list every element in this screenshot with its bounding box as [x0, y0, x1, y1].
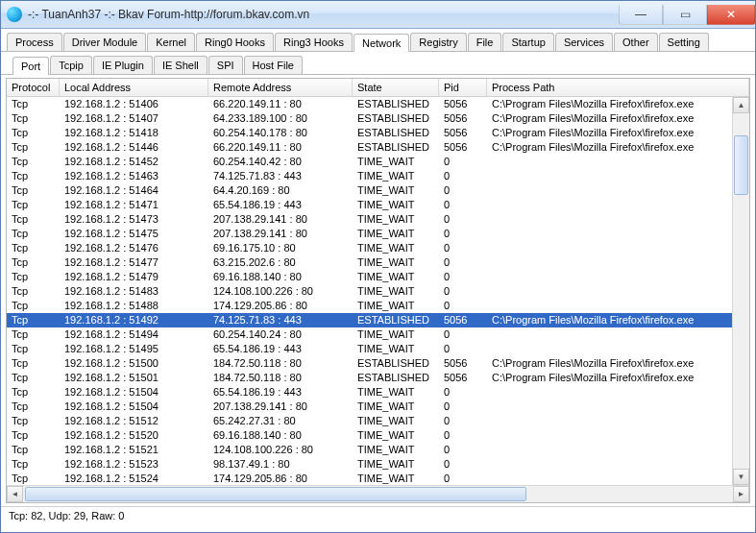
vertical-scrollbar[interactable]: ▲ ▼ — [732, 97, 749, 485]
cell — [487, 241, 733, 255]
table-row[interactable]: Tcp192.168.1.2 : 5152069.16.188.140 : 80… — [7, 428, 733, 443]
tab-driver-module[interactable]: Driver Module — [63, 33, 146, 51]
table-row[interactable]: Tcp192.168.1.2 : 51500184.72.50.118 : 80… — [7, 356, 733, 371]
table-row[interactable]: Tcp192.168.1.2 : 5147165.54.186.19 : 443… — [7, 198, 733, 212]
cell: 192.168.1.2 : 51523 — [60, 457, 208, 472]
table-row[interactable]: Tcp192.168.1.2 : 5145260.254.140.42 : 80… — [7, 155, 733, 169]
cell: TIME_WAIT — [353, 198, 439, 212]
cell: Tcp — [7, 327, 60, 342]
cell: 207.138.29.141 : 80 — [208, 227, 353, 241]
table-row[interactable]: Tcp192.168.1.2 : 5146464.4.20.169 : 80TI… — [7, 183, 733, 198]
tab-setting[interactable]: Setting — [659, 33, 709, 51]
horizontal-scrollbar[interactable]: ◄ ► — [7, 485, 749, 502]
cell: 5056 — [439, 356, 487, 371]
table-row[interactable]: Tcp192.168.1.2 : 51483124.108.100.226 : … — [7, 284, 733, 299]
table-row[interactable]: Tcp192.168.1.2 : 5147763.215.202.6 : 80T… — [7, 255, 733, 270]
maximize-button[interactable]: ▭ — [663, 5, 707, 25]
cell: Tcp — [7, 198, 60, 212]
subtab-port[interactable]: Port — [12, 57, 49, 75]
table-row[interactable]: Tcp192.168.1.2 : 51521124.108.100.226 : … — [7, 443, 733, 457]
cell: 64.233.189.100 : 80 — [208, 111, 353, 126]
cell: C:\Program Files\Mozilla Firefox\firefox… — [487, 313, 733, 327]
scroll-thumb[interactable] — [734, 135, 748, 195]
cell: 192.168.1.2 : 51446 — [60, 140, 208, 155]
table-row[interactable]: Tcp192.168.1.2 : 5140764.233.189.100 : 8… — [7, 111, 733, 126]
table-row[interactable]: Tcp192.168.1.2 : 51473207.138.29.141 : 8… — [7, 212, 733, 227]
column-header-pid[interactable]: Pid — [439, 79, 487, 96]
tab-services[interactable]: Services — [555, 33, 613, 51]
cell: 184.72.50.118 : 80 — [208, 371, 353, 385]
table-row[interactable]: Tcp192.168.1.2 : 51504207.138.29.141 : 8… — [7, 400, 733, 414]
tab-registry[interactable]: Registry — [410, 33, 466, 51]
column-header-local-address[interactable]: Local Address — [60, 79, 208, 96]
column-header-remote-address[interactable]: Remote Address — [208, 79, 353, 96]
column-header-state[interactable]: State — [353, 79, 439, 96]
table-row[interactable]: Tcp192.168.1.2 : 5149565.54.186.19 : 443… — [7, 342, 733, 356]
tab-ring3-hooks[interactable]: Ring3 Hooks — [275, 33, 353, 51]
cell: Tcp — [7, 313, 60, 327]
scroll-up-arrow-icon[interactable]: ▲ — [733, 97, 749, 113]
cell: 64.4.20.169 : 80 — [208, 183, 353, 198]
cell: Tcp — [7, 385, 60, 400]
table-row[interactable]: Tcp192.168.1.2 : 5141860.254.140.178 : 8… — [7, 126, 733, 140]
table-row[interactable]: Tcp192.168.1.2 : 5152398.137.49.1 : 80TI… — [7, 457, 733, 472]
cell: 192.168.1.2 : 51476 — [60, 241, 208, 255]
table-row[interactable]: Tcp192.168.1.2 : 5144666.220.149.11 : 80… — [7, 140, 733, 155]
table-row[interactable]: Tcp192.168.1.2 : 51524174.129.205.86 : 8… — [7, 472, 733, 485]
scroll-right-arrow-icon[interactable]: ► — [733, 486, 749, 502]
minimize-button[interactable]: — — [619, 5, 663, 25]
cell — [487, 299, 733, 313]
table-row[interactable]: Tcp192.168.1.2 : 5146374.125.71.83 : 443… — [7, 169, 733, 183]
hscroll-track[interactable] — [23, 486, 733, 502]
cell: C:\Program Files\Mozilla Firefox\firefox… — [487, 111, 733, 126]
hscroll-thumb[interactable] — [25, 487, 526, 501]
tab-other[interactable]: Other — [614, 33, 658, 51]
cell: 192.168.1.2 : 51495 — [60, 342, 208, 356]
table-row[interactable]: Tcp192.168.1.2 : 5149460.254.140.24 : 80… — [7, 327, 733, 342]
subtab-tcpip[interactable]: Tcpip — [50, 56, 92, 74]
table-row[interactable]: Tcp192.168.1.2 : 51488174.129.205.86 : 8… — [7, 299, 733, 313]
subtab-ie-shell[interactable]: IE Shell — [154, 56, 207, 74]
tab-ring0-hooks[interactable]: Ring0 Hooks — [196, 33, 274, 51]
window-title: -:- TuanAnh37 -:- Bkav Forum-http://foru… — [28, 8, 619, 21]
subtab-ie-plugin[interactable]: IE Plugin — [93, 56, 153, 74]
cell: 0 — [439, 428, 487, 443]
cell: Tcp — [7, 270, 60, 284]
scroll-left-arrow-icon[interactable]: ◄ — [7, 486, 23, 502]
cell: 192.168.1.2 : 51475 — [60, 227, 208, 241]
cell — [487, 327, 733, 342]
table-row[interactable]: Tcp192.168.1.2 : 5147969.16.188.140 : 80… — [7, 270, 733, 284]
cell — [487, 414, 733, 428]
tab-process[interactable]: Process — [7, 33, 62, 51]
cell: 192.168.1.2 : 51473 — [60, 212, 208, 227]
subtab-host-file[interactable]: Host File — [244, 56, 303, 74]
column-header-protocol[interactable]: Protocol — [7, 79, 60, 96]
cell: 192.168.1.2 : 51524 — [60, 472, 208, 485]
scroll-down-arrow-icon[interactable]: ▼ — [733, 469, 749, 485]
cell: 192.168.1.2 : 51471 — [60, 198, 208, 212]
subtab-spi[interactable]: SPI — [208, 56, 243, 74]
column-header-process-path[interactable]: Process Path — [487, 79, 749, 96]
table-row[interactable]: Tcp192.168.1.2 : 51501184.72.50.118 : 80… — [7, 371, 733, 385]
tab-file[interactable]: File — [468, 33, 502, 51]
cell: 0 — [439, 385, 487, 400]
table-row[interactable]: Tcp192.168.1.2 : 5147669.16.175.10 : 80T… — [7, 241, 733, 255]
tab-startup[interactable]: Startup — [502, 33, 553, 51]
cell: 65.54.186.19 : 443 — [208, 385, 353, 400]
table-row[interactable]: Tcp192.168.1.2 : 5150465.54.186.19 : 443… — [7, 385, 733, 400]
table-row[interactable]: Tcp192.168.1.2 : 5149274.125.71.83 : 443… — [7, 313, 733, 327]
cell: 5056 — [439, 371, 487, 385]
tab-network[interactable]: Network — [354, 34, 409, 52]
cell: TIME_WAIT — [353, 212, 439, 227]
titlebar[interactable]: -:- TuanAnh37 -:- Bkav Forum-http://foru… — [1, 1, 755, 29]
cell: 192.168.1.2 : 51483 — [60, 284, 208, 299]
table-row[interactable]: Tcp192.168.1.2 : 5151265.242.27.31 : 80T… — [7, 414, 733, 428]
table-row[interactable]: Tcp192.168.1.2 : 51475207.138.29.141 : 8… — [7, 227, 733, 241]
close-button[interactable]: ✕ — [707, 5, 755, 25]
table-row[interactable]: Tcp192.168.1.2 : 5140666.220.149.11 : 80… — [7, 97, 733, 111]
cell: Tcp — [7, 212, 60, 227]
cell — [487, 428, 733, 443]
cell: TIME_WAIT — [353, 472, 439, 485]
cell: Tcp — [7, 472, 60, 485]
tab-kernel[interactable]: Kernel — [147, 33, 195, 51]
